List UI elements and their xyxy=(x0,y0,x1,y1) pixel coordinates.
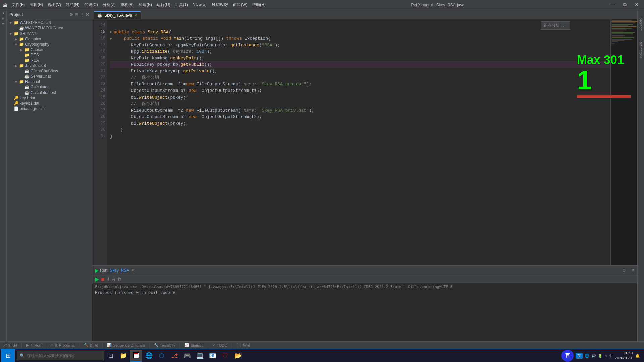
run-clear-button[interactable]: 🗑 xyxy=(117,277,121,282)
tree-item-calculator[interactable]: ☕ Calculator xyxy=(7,84,92,90)
tree-item-keykb1dat[interactable]: 🔑 keykb1.dat xyxy=(7,101,92,106)
structure-icon[interactable]: ≡ xyxy=(1,16,6,21)
close-button[interactable]: ✕ xyxy=(632,1,641,8)
run-arrow-15: ▶ xyxy=(110,29,112,35)
project-gear-icon[interactable]: ⋮ xyxy=(80,12,84,17)
indent26 xyxy=(110,101,131,107)
tree-item-rsa[interactable]: 📁 RSA xyxy=(7,58,92,63)
intellij-icon active[interactable] xyxy=(130,350,142,362)
menu-code[interactable]: 代码(C) xyxy=(82,1,100,8)
tree-item-rational[interactable]: ▼ 📁 Rational xyxy=(7,79,92,84)
status-problems[interactable]: ⚠ 6: Problems xyxy=(50,343,75,347)
vscode-icon[interactable]: ⬡ xyxy=(156,350,168,362)
notification-icon[interactable]: 🔔 xyxy=(635,354,640,358)
line-num-18: 18 xyxy=(92,48,105,55)
menu-view[interactable]: 视图(V) xyxy=(46,1,63,8)
tree-arrow: ▼ xyxy=(13,80,19,84)
search-bar[interactable]: 🔍 xyxy=(17,351,104,360)
menu-build[interactable]: 构建(B) xyxy=(137,1,154,8)
tree-item-shiyan4[interactable]: ▼ 📁 SHIYAN4 xyxy=(7,31,92,36)
git-icon[interactable]: ⎇ xyxy=(168,350,180,362)
status-statistic[interactable]: 📈 Statistic xyxy=(184,343,204,347)
menu-help[interactable]: 帮助(H) xyxy=(250,1,268,8)
status-build[interactable]: 🔨 Build xyxy=(84,343,98,347)
menu-refactor[interactable]: 重构(B) xyxy=(118,1,136,8)
tree-item-clientchatview[interactable]: ☕ ClientChatView xyxy=(7,68,92,74)
tree-item-des[interactable]: 📁 DES xyxy=(7,52,92,58)
menu-tools[interactable]: 工具(T) xyxy=(173,1,190,8)
run-close-icon[interactable]: ✕ xyxy=(631,268,635,273)
tree-item-javasocket[interactable]: ▶ 📁 JavaSocket xyxy=(7,63,92,68)
menu-teamcity[interactable]: TeamCity xyxy=(209,1,230,8)
line-num-21: 21 xyxy=(92,68,105,75)
status-teamcity[interactable]: 🔧 TeamCity xyxy=(154,343,175,347)
menu-analyze[interactable]: 分析(Z) xyxy=(101,1,118,8)
app7-icon[interactable]: 🎮 xyxy=(181,350,193,362)
tree-item-complex[interactable]: ▶ 📁 Complex xyxy=(7,36,92,42)
baidu-button[interactable]: 百 xyxy=(561,350,574,362)
code-editor[interactable]: 14 15 16 17 18 19 20 21 22 23 24 25 26 2… xyxy=(92,19,637,265)
app11-icon[interactable]: 📂 xyxy=(232,350,244,362)
menu-edit[interactable]: 编辑(E) xyxy=(28,1,45,8)
search-input[interactable] xyxy=(27,353,94,358)
explorer-icon[interactable]: 📁 xyxy=(117,350,129,362)
minimize-button[interactable]: — xyxy=(608,1,618,8)
tree-item-wangzhaojun[interactable]: ▼ 📁 WANGZHAOJUN xyxy=(7,20,92,25)
menu-vcs[interactable]: VCS(S) xyxy=(191,1,209,8)
run-tab-close[interactable]: ✕ xyxy=(132,268,135,273)
menu-file[interactable]: 文件(F) xyxy=(10,1,27,8)
tab-skey-rsa[interactable]: ☕ Skey_RSA.java ✕ xyxy=(94,11,141,19)
tree-item-peixiangruiiml[interactable]: 📄 peixiangrui.iml xyxy=(7,106,92,111)
commit-icon[interactable]: ⬆ xyxy=(1,21,6,26)
run-restart-button[interactable]: ▶ xyxy=(95,276,99,282)
status-terminal[interactable]: ⬛ 终端 xyxy=(236,343,250,348)
tab-bar: ☕ Skey_RSA.java ✕ xyxy=(92,10,637,19)
ime-indicator[interactable]: 英 xyxy=(576,353,583,359)
clock[interactable]: 20:51 2020/10/28 xyxy=(615,351,633,361)
statistic-label: Statistic xyxy=(191,343,204,347)
storage-icon[interactable]: Storage xyxy=(638,17,644,32)
taskview-icon[interactable]: ⊡ xyxy=(105,350,117,362)
app10-icon[interactable]: 🛡 xyxy=(219,350,231,362)
status-run[interactable]: ▶ 4: Run xyxy=(26,343,41,347)
tree-item-key1dat[interactable]: 🔑 key1.dat xyxy=(7,95,92,101)
favorites-icon[interactable]: ★ xyxy=(1,10,6,16)
todo-label: TODO xyxy=(217,343,227,347)
menu-run[interactable]: 运行(U) xyxy=(155,1,172,8)
run-stop-button[interactable]: ⏹ xyxy=(100,277,105,282)
tree-item-wangzhaojuntest[interactable]: ☕ WANGZHAOJUNtest xyxy=(7,25,92,31)
line-num-28: 28 xyxy=(92,114,105,120)
run-print-button[interactable]: 🖨 xyxy=(111,277,116,282)
resharper-icon[interactable]: ReSharper xyxy=(638,39,644,59)
indent23 xyxy=(110,81,131,88)
run-settings-icon[interactable]: ⚙ xyxy=(622,268,626,273)
status-git[interactable]: ⎇ 9: Git xyxy=(3,343,17,347)
project-layout-icon[interactable]: ⊟ xyxy=(75,12,78,17)
status-todo[interactable]: ✓ TODO xyxy=(212,343,227,347)
run-tab[interactable]: Skey_RSA xyxy=(110,268,129,273)
app8-icon[interactable]: 💻 xyxy=(194,350,206,362)
tree-label: RSA xyxy=(31,58,39,63)
minimap-line xyxy=(611,43,615,44)
status-sequence[interactable]: 📊 Sequence Diagram xyxy=(107,343,145,347)
tree-item-caesar[interactable]: ▶ 📁 Caesar xyxy=(7,47,92,52)
run-scroll-end-button[interactable]: ⬇ xyxy=(106,277,110,282)
chrome-icon[interactable]: 🌐 xyxy=(143,350,155,362)
tab-close-button[interactable]: ✕ xyxy=(134,13,137,18)
tree-item-calculatortest[interactable]: ☕ CalculatorTest xyxy=(7,90,92,95)
tray-extra[interactable]: ⌂ xyxy=(605,354,607,358)
method-write29: writeObject xyxy=(139,120,168,127)
start-button[interactable]: ⊞ xyxy=(1,349,15,362)
project-close-icon[interactable]: ✕ xyxy=(86,12,89,17)
app9-icon[interactable]: 📧 xyxy=(207,350,219,362)
tree-label: DES xyxy=(31,53,39,57)
project-settings-icon[interactable]: ⚙ xyxy=(69,12,73,17)
tree-item-serverchat[interactable]: ☕ ServerChat xyxy=(7,74,92,79)
semi21: (); xyxy=(209,68,217,75)
menu-nav[interactable]: 导航(N) xyxy=(64,1,82,8)
volume-icon[interactable]: 🔊 xyxy=(591,354,596,358)
menu-window[interactable]: 窗口(W) xyxy=(231,1,249,8)
maximize-button[interactable]: ⧉ xyxy=(621,1,629,8)
tree-item-cryptography[interactable]: ▼ 📁 Cryptography xyxy=(7,42,92,47)
code-content[interactable]: ▶ public class Skey_RSA{ ▶ public static… xyxy=(107,19,610,265)
